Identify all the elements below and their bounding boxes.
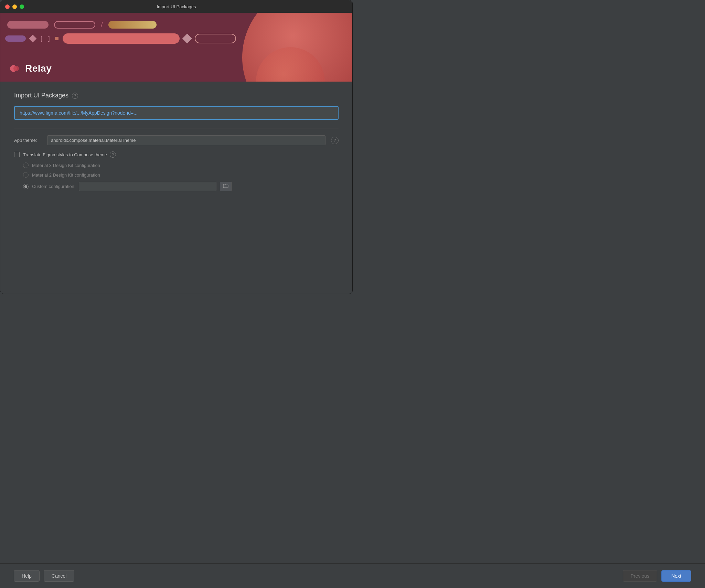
window-title: Import UI Packages [157,4,196,9]
window-controls [5,4,24,9]
section-title-text: Import UI Packages [14,92,68,99]
radio-material3[interactable] [23,162,29,168]
deco-slash: / [101,20,103,29]
close-button[interactable] [5,4,10,9]
radio-material2-label: Material 2 Design Kit configuration [32,172,100,178]
app-theme-input[interactable] [47,135,325,145]
title-bar: Import UI Packages [0,0,352,13]
translate-help-icon[interactable]: ? [110,151,116,158]
relay-logo: Relay [9,62,52,75]
main-content: Import UI Packages ? App theme: ? Transl… [0,82,352,201]
deco-bar-outline [54,21,95,29]
deco-bracket: [ ] [40,35,51,42]
deco-diamond2 [182,34,192,43]
deco-row2: [ ] [5,33,236,44]
relay-name: Relay [25,63,52,74]
deco-diamond1 [29,35,37,43]
deco-bar-outline-right [195,34,236,43]
radio-custom-label: Custom configuration: [32,184,75,189]
section-help-icon[interactable]: ? [72,93,78,99]
url-input[interactable] [15,107,338,119]
radio-custom[interactable] [23,184,29,189]
minimize-button[interactable] [12,4,17,9]
deco-square [55,37,58,40]
section-title-row: Import UI Packages ? [14,92,339,99]
radio-row-material3: Material 3 Design Kit configuration [23,162,339,168]
radio-material2[interactable] [23,172,29,178]
radio-row-custom: Custom configuration: [23,182,339,191]
translate-label: Translate Figma styles to Compose theme … [23,151,116,158]
deco-row1: / [7,20,157,29]
app-theme-label: App theme: [14,138,42,143]
divider [14,128,339,128]
radio-group: Material 3 Design Kit configuration Mate… [23,162,339,191]
deco-bar-salmon [63,33,180,44]
custom-config-input[interactable] [79,182,216,191]
radio-row-material2: Material 2 Design Kit configuration [23,172,339,178]
app-theme-row: App theme: ? [14,135,339,145]
deco-pill-small [5,35,26,42]
translate-checkbox-row: Translate Figma styles to Compose theme … [14,151,339,158]
header-banner: / [ ] Relay [0,13,352,82]
url-input-wrapper [14,106,339,120]
app-theme-help-icon[interactable]: ? [331,137,339,144]
translate-label-text: Translate Figma styles to Compose theme [23,152,107,157]
relay-icon [9,62,21,75]
svg-point-1 [13,66,19,71]
deco-bar-gradient [108,21,157,29]
folder-browse-button[interactable] [220,182,232,191]
translate-checkbox[interactable] [14,152,20,157]
deco-bar-pink [7,21,49,29]
radio-material3-label: Material 3 Design Kit configuration [32,163,100,168]
maximize-button[interactable] [20,4,24,9]
